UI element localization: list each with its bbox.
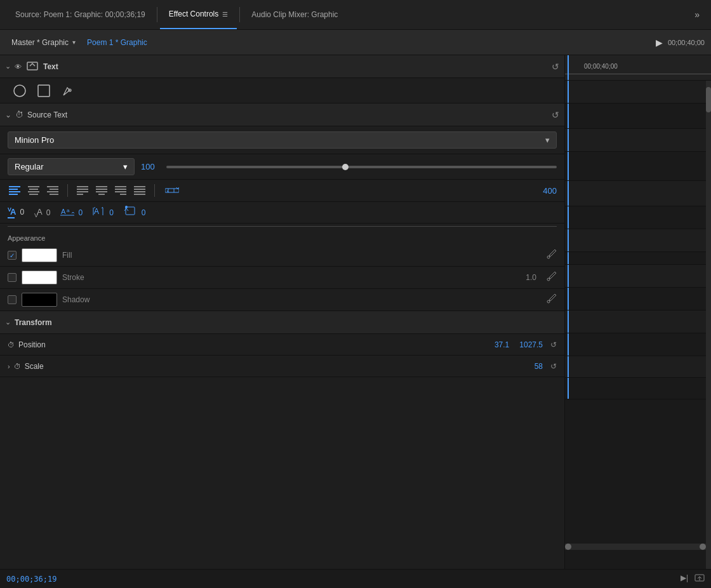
fill-eyedropper-icon[interactable] — [547, 249, 557, 262]
stroke-row: Stroke 1.0 — [0, 267, 564, 289]
position-y-value[interactable]: 1027.5 — [519, 340, 543, 349]
svg-rect-31 — [134, 194, 145, 195]
source-text-reset[interactable]: ↺ — [552, 110, 559, 120]
right-panel: 00;00;40;00 — [565, 55, 711, 569]
svg-rect-22 — [96, 191, 107, 192]
baseline-icon: A a — [60, 206, 74, 219]
svg-rect-29 — [134, 189, 145, 190]
export-icon[interactable] — [694, 573, 705, 584]
section-divider — [8, 226, 557, 227]
transform-chevron[interactable]: ⌄ — [5, 318, 11, 326]
effect-controls-menu-icon[interactable]: ☰ — [222, 11, 228, 18]
timeline-align-row — [565, 206, 711, 229]
justify-right-icon[interactable] — [114, 184, 128, 197]
right-scrollbar-thumb[interactable] — [706, 87, 711, 112]
right-scrollbar[interactable] — [706, 81, 711, 569]
font-dropdown-chevron: ▾ — [545, 135, 550, 145]
tsume-item: A 0 — [93, 206, 114, 219]
timeline-appearance-title-playhead — [568, 252, 569, 264]
eye-icon[interactable]: 👁 — [15, 63, 22, 70]
align-right-icon[interactable] — [46, 184, 60, 197]
svg-rect-6 — [9, 191, 20, 192]
tab-ruler-icon[interactable] — [165, 184, 179, 197]
timeline-source-row — [565, 129, 711, 152]
scrollbar-right-dot[interactable] — [700, 544, 706, 550]
master-dropdown[interactable]: Master * Graphic ▾ — [6, 36, 81, 50]
rotate-value[interactable]: 0 — [142, 208, 146, 217]
scale-values: 58 — [535, 362, 543, 371]
stroke-checkbox[interactable] — [8, 273, 17, 282]
timeline-scrollbar[interactable] — [565, 544, 706, 550]
svg-rect-2 — [38, 85, 50, 97]
appearance-title: Appearance — [0, 229, 564, 244]
font-size-value[interactable]: 100 — [141, 162, 160, 171]
expand-button[interactable]: » — [689, 7, 705, 22]
align-center-icon[interactable] — [27, 184, 41, 197]
svg-text:a: a — [67, 208, 70, 213]
timeline-tools-playhead — [568, 104, 569, 128]
play-to-out-icon[interactable]: ▶| — [681, 573, 688, 584]
stroke-color-swatch[interactable] — [22, 271, 57, 284]
source-text-chevron[interactable]: ⌄ — [5, 110, 11, 119]
svg-rect-19 — [77, 194, 83, 195]
svg-text:A: A — [94, 207, 99, 216]
tracking-value[interactable]: 400 — [543, 186, 557, 196]
tsume-value[interactable]: 0 — [109, 208, 114, 217]
timeline-header: 00;00;40;00 — [565, 55, 711, 81]
svg-rect-24 — [115, 186, 126, 187]
shadow-checkbox[interactable] — [8, 295, 17, 304]
svg-rect-17 — [77, 189, 88, 190]
rectangle-tool[interactable] — [37, 84, 51, 98]
ellipse-tool[interactable] — [13, 84, 27, 98]
svg-rect-8 — [28, 186, 39, 187]
shadow-color-swatch[interactable] — [22, 293, 57, 307]
source-text-stopwatch-icon: ⏱ — [15, 110, 23, 119]
source-tab[interactable]: Source: Poem 1: Graphic: 00;00;36;19 — [6, 0, 154, 29]
audio-mixer-tab[interactable]: Audio Clip Mixer: Graphic — [243, 0, 347, 29]
font-size-slider-thumb[interactable] — [342, 164, 349, 170]
svg-rect-11 — [29, 194, 38, 195]
stroke-value: 1.0 — [526, 273, 536, 282]
position-reset-button[interactable]: ↺ — [550, 340, 557, 349]
scrollbar-left-dot[interactable] — [565, 544, 571, 550]
appearance-label: Appearance — [8, 234, 45, 242]
text-reset-button[interactable]: ↺ — [552, 62, 559, 72]
play-button[interactable]: ▶ — [656, 37, 663, 48]
tracking-item: VA 0 — [34, 207, 50, 218]
svg-rect-26 — [115, 191, 126, 192]
position-label: Position — [18, 340, 46, 349]
timeline-scale-playhead — [568, 378, 569, 399]
tsume-icon: A — [93, 206, 105, 219]
rotate-icon — [124, 206, 138, 219]
stroke-eyedropper-icon[interactable] — [547, 271, 557, 284]
scale-value[interactable]: 58 — [535, 362, 543, 371]
fill-color-swatch[interactable] — [22, 248, 57, 262]
align-left-icon[interactable] — [8, 184, 22, 197]
text-section-label: Text — [43, 62, 58, 71]
timeline-style-row — [565, 181, 711, 206]
fill-checkbox[interactable]: ✓ — [8, 251, 17, 260]
timeline-scale-row — [565, 378, 711, 399]
kerning-va-icon: VA — [8, 206, 15, 218]
scale-expand-icon[interactable]: › — [8, 363, 10, 370]
position-x-value[interactable]: 37.1 — [495, 340, 509, 349]
font-dropdown[interactable]: Minion Pro ▾ — [8, 131, 557, 149]
font-style-dropdown[interactable]: Regular ▾ — [8, 158, 135, 175]
shape-icon — [27, 62, 38, 72]
justify-center-icon[interactable] — [95, 184, 109, 197]
tracking-va-value[interactable]: 0 — [46, 208, 51, 217]
position-stopwatch-icon: ⏱ — [8, 341, 15, 349]
baseline-value[interactable]: 0 — [78, 208, 83, 217]
text-collapse-chevron[interactable]: ⌄ — [5, 62, 11, 70]
justify-left-icon[interactable] — [76, 184, 90, 197]
kerning-value[interactable]: 0 — [20, 208, 24, 217]
svg-rect-12 — [47, 186, 58, 187]
pen-tool[interactable] — [61, 84, 75, 98]
kerning-item: VA 0 — [8, 206, 24, 218]
font-size-slider[interactable] — [166, 166, 557, 168]
effect-controls-tab[interactable]: Effect Controls ☰ — [160, 0, 237, 29]
justify-all-icon[interactable] — [133, 184, 147, 197]
shape-tools-row — [0, 78, 564, 104]
scale-reset-button[interactable]: ↺ — [550, 362, 557, 371]
shadow-eyedropper-icon[interactable] — [547, 293, 557, 306]
